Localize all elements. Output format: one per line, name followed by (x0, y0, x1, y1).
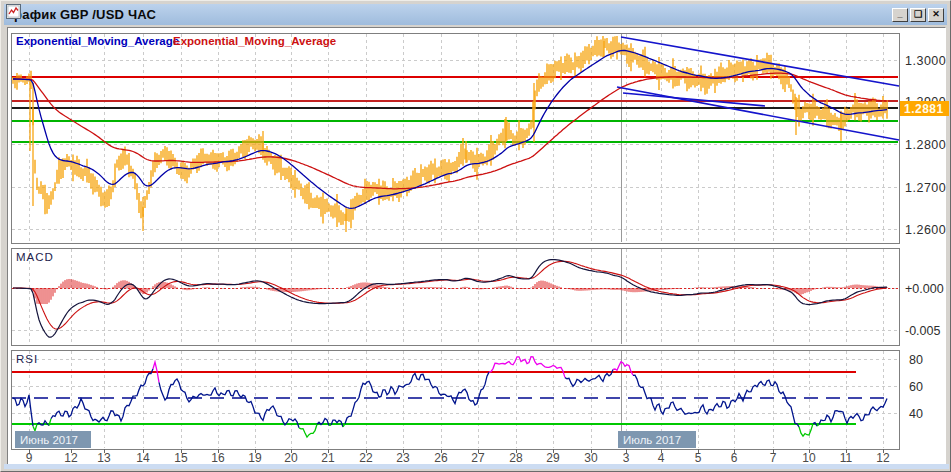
x-axis-tick-label: 27 (471, 451, 485, 465)
chart-canvas[interactable]: 1.30001.29001.28001.27001.2600+0.000-0.0… (1, 1, 951, 472)
x-axis-tick-label: 6 (731, 451, 738, 465)
month-badge-label: Июнь 2017 (20, 434, 78, 446)
x-axis-tick-label: 28 (509, 451, 523, 465)
price-badge-value: 1.2881 (904, 102, 944, 116)
x-axis-tick-label: 12 (64, 451, 78, 465)
x-axis-tick-label: 20 (284, 451, 298, 465)
price-axis-label: 1.2800 (905, 138, 946, 152)
legend-ema-red: Exponential_Moving_Average (173, 35, 336, 47)
x-axis-tick-label: 14 (136, 451, 150, 465)
x-axis-tick-label: 12 (876, 451, 890, 465)
x-axis-tick-label: 7 (770, 451, 777, 465)
x-axis-tick-label: 3 (623, 451, 630, 465)
x-axis-tick-label: 30 (584, 451, 598, 465)
x-axis-tick-label: 22 (359, 451, 373, 465)
x-axis-tick-label: 9 (26, 451, 33, 465)
x-axis-tick-label: 19 (248, 451, 262, 465)
x-axis-tick-label: 29 (546, 451, 560, 465)
price-axis-label: 1.3000 (905, 54, 946, 68)
x-axis-tick-label: 5 (695, 451, 702, 465)
x-axis-tick-label: 10 (802, 451, 816, 465)
rsi-axis-label: 60 (909, 380, 923, 394)
x-axis-tick-label: 4 (658, 451, 665, 465)
rsi-axis-label: 80 (909, 353, 923, 367)
macd-axis-label: -0.005 (905, 324, 940, 338)
x-axis-tick-label: 16 (211, 451, 225, 465)
macd-panel-label: MACD (16, 251, 54, 263)
x-axis-tick-label: 15 (174, 451, 188, 465)
month-badge-label: Июль 2017 (623, 434, 681, 446)
x-axis-tick-label: 26 (434, 451, 448, 465)
macd-axis-label: +0.000 (905, 282, 944, 296)
x-axis-tick-label: 23 (396, 451, 410, 465)
legend-ema-blue: Exponential_Moving_Average (16, 35, 179, 47)
rsi-axis-label: 40 (909, 407, 923, 421)
x-axis-tick-label: 13 (97, 451, 111, 465)
current-price-badge: 1.2881 (900, 101, 949, 116)
price-axis-label: 1.2700 (905, 181, 946, 195)
macd-panel (12, 249, 900, 346)
x-axis-tick-label: 11 (840, 451, 853, 465)
x-axis-tick-label: 21 (321, 451, 335, 465)
price-axis-label: 1.2600 (905, 223, 946, 237)
panel-frames (12, 34, 900, 450)
chart-window: График GBP /USD ЧАС _ ❑ ✕ 1.30001.29001.… (0, 0, 951, 472)
rsi-panel-label: RSI (16, 353, 38, 365)
